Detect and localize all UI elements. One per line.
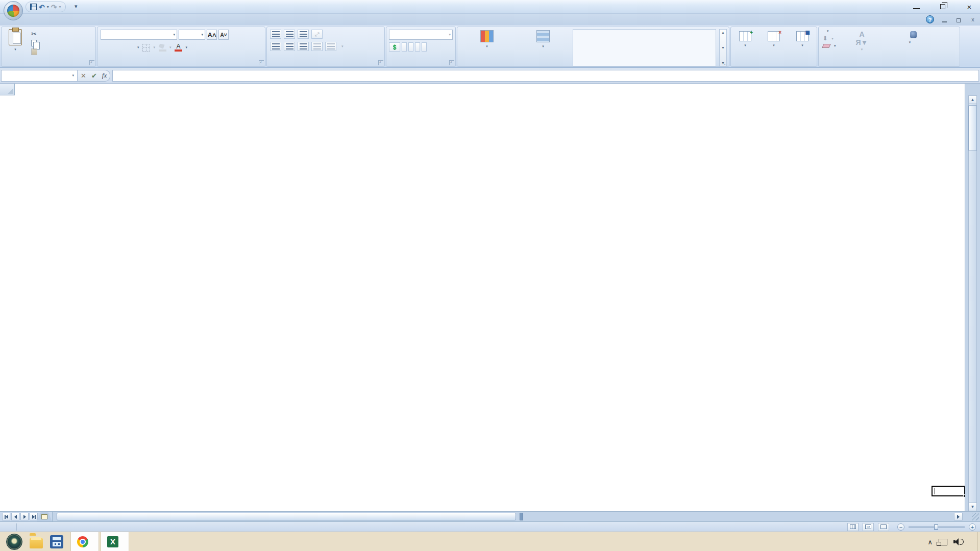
- doc-close-button[interactable]: x: [969, 16, 977, 22]
- fill-color-dropdown[interactable]: ▾: [169, 45, 172, 49]
- dialog-launcher-icon[interactable]: [378, 60, 383, 65]
- minimize-button[interactable]: [910, 2, 923, 11]
- align-top-button[interactable]: [270, 30, 281, 39]
- find-select-button[interactable]: ▾: [888, 29, 932, 66]
- save-icon[interactable]: [30, 4, 37, 10]
- enter-icon[interactable]: ✔: [91, 72, 97, 80]
- restore-button[interactable]: [936, 2, 949, 11]
- insert-function-icon[interactable]: fx: [102, 71, 107, 80]
- dialog-launcher-icon[interactable]: [259, 60, 264, 65]
- horizontal-scrollbar[interactable]: [52, 512, 980, 521]
- zoom-in-icon[interactable]: +: [969, 523, 976, 531]
- formula-input[interactable]: [112, 70, 979, 82]
- delete-cells-button[interactable]: × ▾: [760, 29, 788, 66]
- zoom-out-icon[interactable]: −: [897, 523, 904, 531]
- percent-button[interactable]: [402, 42, 407, 52]
- borders-button[interactable]: [141, 42, 152, 53]
- zoom-slider[interactable]: [909, 527, 965, 528]
- increase-decimal-button[interactable]: [415, 42, 420, 52]
- sort-filter-button[interactable]: АЯ▼ ▾: [840, 29, 884, 66]
- speaker-icon[interactable]: [953, 538, 963, 545]
- help-icon[interactable]: ?: [926, 15, 934, 23]
- scroll-down-icon[interactable]: ▼: [968, 503, 977, 511]
- align-right-button[interactable]: [298, 42, 309, 51]
- fill-button[interactable]: ⬇▾: [823, 35, 836, 42]
- namebox-dropdown-icon[interactable]: ▾: [72, 73, 74, 78]
- vscroll-thumb[interactable]: [968, 105, 977, 151]
- font-size-combo[interactable]: ▾: [179, 30, 205, 40]
- scroll-up-icon[interactable]: ▲: [968, 95, 977, 104]
- resize-grip[interactable]: [972, 513, 979, 520]
- align-left-button[interactable]: [270, 42, 281, 51]
- select-all-corner[interactable]: [0, 84, 15, 95]
- paste-button[interactable]: ▾: [2, 27, 29, 55]
- worksheet-grid[interactable]: [0, 84, 965, 511]
- font-family-combo[interactable]: ▾: [101, 30, 177, 40]
- grow-font-button[interactable]: A˄: [207, 30, 217, 40]
- doc-minimize-button[interactable]: [940, 16, 948, 22]
- increase-indent-button[interactable]: [325, 42, 336, 51]
- number-format-combo[interactable]: ▾: [389, 30, 453, 40]
- doc-restore-button[interactable]: [954, 16, 963, 22]
- name-box[interactable]: ▾: [1, 70, 78, 82]
- format-cells-button[interactable]: ▦ ▾: [789, 29, 816, 66]
- active-cell-x37[interactable]: [932, 486, 965, 496]
- underline-button[interactable]: [125, 42, 135, 53]
- undo-dropdown[interactable]: ▾: [47, 5, 49, 9]
- undo-icon[interactable]: ↶: [39, 4, 45, 11]
- shrink-font-button[interactable]: A˅: [218, 30, 229, 40]
- calculator-button[interactable]: [50, 535, 63, 548]
- excel-task-button[interactable]: [101, 532, 129, 551]
- scroll-right-icon[interactable]: [954, 513, 963, 520]
- normal-view-button[interactable]: [847, 523, 859, 531]
- dialog-launcher-icon[interactable]: [449, 60, 454, 65]
- underline-dropdown[interactable]: ▾: [137, 45, 139, 49]
- autosum-button[interactable]: ▾: [823, 29, 836, 33]
- align-center-button[interactable]: [284, 42, 295, 51]
- copy-button[interactable]: [31, 40, 40, 46]
- file-explorer-button[interactable]: [30, 535, 43, 548]
- font-color-button[interactable]: А: [174, 42, 184, 53]
- align-middle-button[interactable]: [284, 30, 295, 39]
- italic-button[interactable]: [113, 42, 123, 53]
- decrease-decimal-button[interactable]: [422, 42, 427, 52]
- page-break-view-button[interactable]: [878, 523, 889, 531]
- cancel-icon[interactable]: ✕: [81, 72, 86, 80]
- zoom-slider-thumb[interactable]: [934, 524, 938, 530]
- hscroll-thumb[interactable]: [57, 513, 516, 520]
- thousands-button[interactable]: [408, 42, 413, 52]
- close-button[interactable]: ×: [963, 2, 976, 11]
- fill-color-button[interactable]: [157, 42, 167, 53]
- insert-cells-button[interactable]: + ▾: [731, 29, 759, 66]
- page-layout-view-button[interactable]: [863, 523, 874, 531]
- show-desktop-button[interactable]: [977, 532, 980, 551]
- decrease-indent-button[interactable]: [311, 42, 323, 51]
- bold-button[interactable]: [101, 42, 111, 53]
- cut-button[interactable]: ✂: [31, 30, 40, 38]
- accounting-format-button[interactable]: 💲: [389, 42, 400, 52]
- orientation-button[interactable]: ⤢: [311, 30, 323, 39]
- font-color-dropdown[interactable]: ▾: [186, 45, 188, 49]
- redo-icon[interactable]: ↷: [51, 4, 57, 11]
- redo-dropdown[interactable]: ▾: [59, 5, 61, 9]
- hidden-icons-chevron[interactable]: ∧: [927, 538, 933, 546]
- borders-dropdown[interactable]: ▾: [154, 45, 156, 49]
- format-as-table-button[interactable]: ▾: [517, 29, 570, 66]
- qat-customize-icon[interactable]: ▾: [75, 3, 78, 10]
- dialog-launcher-icon[interactable]: [89, 60, 94, 65]
- last-sheet-icon[interactable]: [30, 513, 38, 520]
- title-cell[interactable]: [265, 108, 451, 139]
- chrome-task-button[interactable]: [70, 532, 99, 551]
- prev-sheet-icon[interactable]: [11, 513, 19, 520]
- styles-gallery-scroll[interactable]: ▲▼▼̱: [719, 29, 727, 66]
- clear-button[interactable]: ▾: [823, 44, 836, 48]
- conditional-formatting-button[interactable]: ▾: [460, 29, 513, 66]
- start-button[interactable]: [6, 534, 22, 550]
- first-sheet-icon[interactable]: [2, 513, 10, 520]
- next-sheet-icon[interactable]: [20, 513, 29, 520]
- align-bottom-button[interactable]: [298, 30, 309, 39]
- vertical-scrollbar[interactable]: ▲ ▼: [965, 84, 980, 511]
- tab-split-handle[interactable]: [520, 513, 523, 520]
- office-button[interactable]: [4, 1, 23, 20]
- network-icon[interactable]: [939, 539, 947, 545]
